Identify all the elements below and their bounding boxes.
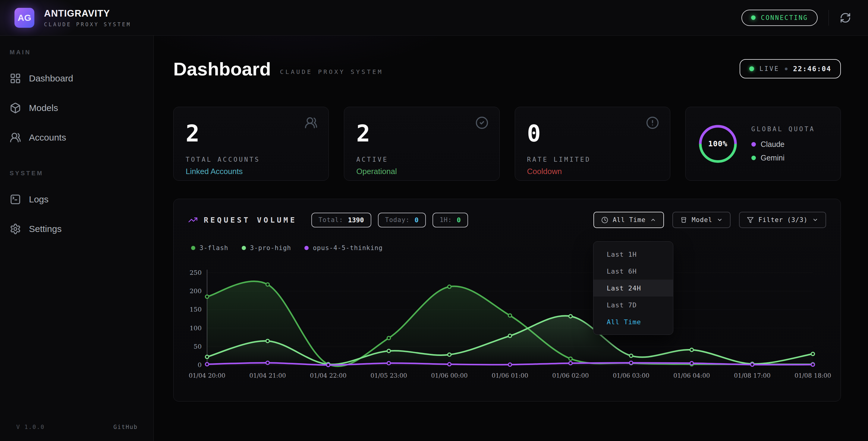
top-bar: AG ANTIGRAVITY CLAUDE PROXY SYSTEM CONNE… [0,0,868,36]
chevron-up-icon [650,217,656,223]
time-range-dropdown: Last 1H Last 6H Last 24H Last 7D All Tim… [593,241,673,335]
stat-card-global-quota: 100% GLOBAL QUOTA Claude Gemini [685,107,841,181]
live-status-badge: LIVE 22:46:04 [740,59,841,79]
svg-text:150: 150 [190,306,202,313]
chip-value: 0 [414,216,418,224]
page-title: Dashboard [173,60,271,79]
sidebar-item-models[interactable]: Models [0,93,153,123]
quota-item-label: Gemini [761,153,784,162]
request-volume-chart: 05010015020025001/04 20:0001/04 21:0001/… [184,264,835,384]
total-chip: Total: 1390 [311,213,371,228]
quota-label: GLOBAL QUOTA [751,125,815,133]
svg-text:01/08 17:00: 01/08 17:00 [734,372,771,379]
sidebar-item-logs[interactable]: Logs [0,185,153,214]
sidebar-item-accounts[interactable]: Accounts [0,123,153,152]
cube-icon [10,102,21,114]
chip-label: Today: [385,216,410,224]
stat-card-active: 2 ACTIVE Operational [344,107,499,181]
stat-label: TOTAL ACCOUNTS [186,156,316,163]
sidebar-item-label: Dashboard [29,73,73,84]
box-icon [680,216,687,224]
users-icon [304,116,318,129]
quota-ring: 100% [698,124,738,164]
chart-legend: 3-flash 3-pro-high opus-4-5-thinking [174,228,841,252]
stat-value: 2 [186,122,316,145]
main-content: Dashboard CLAUDE PROXY SYSTEM LIVE 22:46… [154,36,868,441]
time-range-button[interactable]: All Time [593,212,664,228]
legend-label: 3-pro-high [250,244,291,252]
sidebar-item-label: Logs [29,194,49,205]
request-volume-card: REQUEST VOLUME Total: 1390 Today: 0 1H: … [173,199,841,402]
sidebar-item-dashboard[interactable]: Dashboard [0,64,153,93]
dropdown-item-all-time[interactable]: All Time [593,314,673,330]
live-separator-dot [785,67,787,70]
connection-status-dot [751,16,755,20]
claude-dot [751,142,756,147]
gemini-dot [751,156,756,160]
stat-card-rate-limited: 0 RATE LIMITED Cooldown [515,107,670,181]
svg-text:200: 200 [190,288,202,295]
live-clock: 22:46:04 [793,65,831,73]
svg-text:50: 50 [193,343,202,350]
alert-circle-icon [646,116,659,129]
quota-item-claude: Claude [751,140,815,149]
stat-subtext: Linked Accounts [186,167,316,176]
funnel-icon [747,216,754,224]
refresh-icon[interactable] [840,12,851,24]
sidebar: MAIN Dashboard Models Accounts SYSTEM Lo… [0,36,154,441]
quota-item-label: Claude [761,140,784,149]
dropdown-item-last-1h[interactable]: Last 1H [593,246,673,263]
model-button[interactable]: Model [673,212,731,228]
sidebar-item-settings[interactable]: Settings [0,214,153,244]
chevron-down-icon [812,217,818,223]
stat-card-total-accounts: 2 TOTAL ACCOUNTS Linked Accounts [173,107,329,181]
svg-text:0: 0 [198,361,202,369]
svg-text:250: 250 [190,269,202,276]
connection-status-badge: CONNECTING [741,10,818,26]
dropdown-item-last-6h[interactable]: Last 6H [593,263,673,280]
chip-label: 1H: [440,216,452,224]
svg-text:01/06 03:00: 01/06 03:00 [613,372,650,379]
legend-label: opus-4-5-thinking [313,244,383,252]
dropdown-item-last-24h[interactable]: Last 24H [593,280,673,296]
filter-button-label: Filter (3/3) [758,216,808,224]
model-button-label: Model [692,216,712,224]
dropdown-item-last-7d[interactable]: Last 7D [593,296,673,314]
terminal-icon [10,194,21,205]
legend-item-3-pro-high: 3-pro-high [242,244,291,252]
app-version: V 1.0.0 [16,423,44,430]
sidebar-item-label: Models [29,103,58,113]
legend-dot [242,246,246,250]
svg-text:100: 100 [190,325,202,332]
chip-value: 1390 [348,216,364,224]
live-dot [749,66,754,71]
svg-text:01/04 20:00: 01/04 20:00 [189,372,225,379]
svg-text:01/06 01:00: 01/06 01:00 [492,372,528,379]
legend-label: 3-flash [199,244,228,252]
legend-dot [304,246,309,250]
svg-text:01/04 21:00: 01/04 21:00 [249,372,286,379]
svg-text:01/06 00:00: 01/06 00:00 [431,372,468,379]
clock-icon [601,216,608,224]
app-logo: AG [14,8,34,28]
filter-button[interactable]: Filter (3/3) [739,212,826,228]
gear-icon [10,223,21,235]
quota-item-gemini: Gemini [751,153,815,162]
stat-label: ACTIVE [356,156,487,163]
legend-dot [191,246,195,250]
chart-title: REQUEST VOLUME [204,216,297,225]
stat-label: RATE LIMITED [527,156,658,163]
time-range-button-label: All Time [613,216,646,224]
github-link[interactable]: GitHub [113,423,138,430]
users-icon [10,132,21,143]
app-name: ANTIGRAVITY [44,8,131,19]
stats-row: 2 TOTAL ACCOUNTS Linked Accounts 2 ACTIV… [173,107,841,181]
stat-value: 2 [356,122,487,145]
one-hour-chip: 1H: 0 [433,213,468,228]
stat-subtext: Operational [356,167,487,176]
legend-item-opus: opus-4-5-thinking [304,244,383,252]
sidebar-section-system: SYSTEM [0,170,153,177]
chip-label: Total: [318,216,343,224]
dashboard-grid-icon [10,73,21,84]
stat-subtext: Cooldown [527,167,658,176]
